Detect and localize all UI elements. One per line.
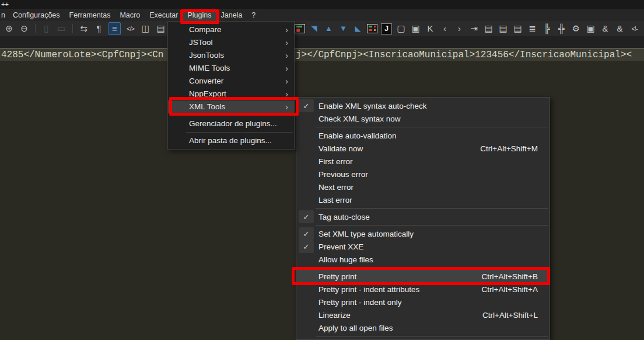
xml-tools-item-prevent-xxe[interactable]: ✓Prevent XXE: [296, 240, 550, 253]
menu-item-label: Check XML syntax now: [318, 115, 401, 123]
tree-view-icon[interactable]: ╠: [541, 23, 552, 34]
scroll-up-icon[interactable]: ▲: [323, 23, 334, 34]
menubar: nConfiguraçõesFerramentasMacroExecutarPl…: [0, 9, 644, 21]
xml-tools-item-set-xml-type-automatically[interactable]: ✓Set XML type automatically: [296, 227, 550, 240]
doc-import-icon[interactable]: ▤: [483, 23, 494, 34]
plugins-menu-item-converter[interactable]: Converter›: [168, 75, 294, 88]
code-gear-icon[interactable]: ⚙: [570, 23, 582, 34]
plugins-menu-item-xml-tools[interactable]: XML Tools›: [168, 100, 294, 113]
menu-separator: [316, 225, 548, 225]
tab-bar[interactable]: [0, 36, 644, 49]
checkmark-icon: ✓: [299, 227, 314, 240]
xml-tools-item-previous-error[interactable]: Previous error: [296, 168, 550, 181]
menu-item-configura-es[interactable]: Configurações: [8, 9, 65, 21]
color-settings-icon[interactable]: [367, 24, 377, 33]
plugins-menu-item-abrir-pasta-de-plugins[interactable]: Abrir pasta de plugins...: [168, 134, 294, 147]
last-nav-icon[interactable]: ⇥: [468, 23, 480, 34]
doc-transfer-icon[interactable]: ▤: [512, 23, 523, 34]
submenu-arrow-icon: ›: [285, 75, 288, 88]
code-view-icon[interactable]: </>: [125, 23, 136, 34]
toolbar-group-left: ⊕⊖▯▭⇆¶≡</>◫▤ƒx: [4, 21, 181, 36]
xml-text-right: j></CpfCnpj><InscricaoMunicipal>123456</…: [296, 49, 632, 61]
next-nav-icon[interactable]: ›: [454, 23, 465, 34]
menu-separator: [316, 336, 548, 336]
menu-item-item[interactable]: ?: [247, 9, 260, 21]
jstool-icon[interactable]: J: [381, 23, 392, 34]
window-title-fragment: ++: [1, 1, 9, 8]
xml-tools-item-check-xml-syntax-now[interactable]: Check XML syntax now: [296, 112, 550, 125]
doc-lock-icon[interactable]: ▣: [585, 23, 596, 34]
xml-tools-item-last-error[interactable]: Last error: [296, 193, 550, 206]
xml-tools-item-tag-auto-close[interactable]: ✓Tag auto-close: [296, 210, 550, 223]
plugins-menu-item-compare[interactable]: Compare›: [168, 23, 294, 36]
show-indent-guide-icon[interactable]: ≡: [108, 22, 121, 35]
xml-tools-item-pretty-print-indent-only[interactable]: Pretty print - indent only: [296, 296, 550, 308]
checkmark-icon: ✓: [299, 99, 314, 112]
escape-ampersand-icon[interactable]: &: [600, 23, 611, 34]
xml-tools-item-linearize[interactable]: LinearizeCtrl+Alt+Shift+L: [296, 308, 550, 321]
menu-item-label: First error: [318, 157, 353, 166]
doc-export-icon[interactable]: ▤: [498, 23, 509, 34]
shortcut-label: Ctrl+Alt+Shift+M: [480, 144, 550, 153]
toolbar-group-right: ◥▲▼◣J▢▣K‹›⇥▤▤▤≣╠╬⚙▣&&<!-✂⚒: [295, 21, 644, 36]
menu-item-n[interactable]: n: [0, 9, 8, 21]
menu-item-label: Pretty print: [318, 272, 356, 281]
xml-check-icon[interactable]: [295, 24, 305, 33]
first-nav-icon[interactable]: K: [425, 23, 436, 34]
plugins-menu-item-jsontools[interactable]: JsonTools›: [168, 49, 294, 62]
menu-item-label: Pretty print - indent only: [318, 298, 402, 307]
fold-collapse-icon[interactable]: ◥: [309, 23, 320, 34]
unescape-ampersand-icon[interactable]: &: [614, 23, 625, 34]
menu-item-label: Allow huge files: [318, 255, 373, 264]
xml-tools-item-pretty-print-indent-attributes[interactable]: Pretty print - indent attributesCtrl+Alt…: [296, 283, 550, 296]
menu-item-label: Tag auto-close: [318, 213, 370, 221]
xml-tools-item-enable-xml-syntax-auto-check[interactable]: ✓Enable XML syntax auto-check: [296, 99, 550, 112]
scroll-down-icon[interactable]: ▼: [338, 23, 349, 34]
menu-item-label: Set XML type automatically: [318, 230, 414, 238]
fold-expand-icon[interactable]: ◣: [352, 23, 363, 34]
shortcut-label: Ctrl+Alt+Shift+B: [482, 272, 550, 281]
document-map-icon[interactable]: ◫: [140, 23, 151, 34]
xml-tools-item-pretty-print[interactable]: Pretty printCtrl+Alt+Shift+B: [296, 270, 550, 283]
zoom-out-icon[interactable]: ⊖: [19, 23, 30, 34]
list-export-icon[interactable]: ≣: [527, 23, 538, 34]
menu-item-label: Last error: [318, 196, 352, 204]
menu-item-ferramentas[interactable]: Ferramentas: [65, 9, 116, 21]
menu-separator: [316, 268, 548, 268]
menu-item-label: Validate now: [318, 144, 363, 153]
show-all-symbols-icon[interactable]: ¶: [93, 23, 104, 34]
plugins-menu-item-jstool[interactable]: JSTool›: [168, 36, 294, 49]
comment-icon[interactable]: <!-: [629, 23, 640, 34]
menu-item-janela[interactable]: Janela: [216, 9, 247, 21]
xml-tools-item-apply-to-all-open-files[interactable]: Apply to all open files: [296, 321, 550, 334]
xml-tools-submenu: ✓Enable XML syntax auto-checkCheck XML s…: [296, 97, 550, 340]
menu-item-label: Next error: [318, 183, 354, 192]
shortcut-label: Ctrl+Alt+Shift+L: [482, 311, 550, 320]
new-document-icon[interactable]: ▢: [396, 23, 407, 34]
menu-item-plugins[interactable]: Plugins: [183, 9, 216, 21]
plugins-dropdown-menu: Compare›JSTool›JsonTools›MIME Tools›Conv…: [167, 21, 295, 150]
tree-view-alt-icon[interactable]: ╬: [556, 23, 567, 34]
sync-vertical-icon[interactable]: ▯: [41, 23, 52, 34]
prev-nav-icon[interactable]: ‹: [439, 23, 450, 34]
xml-tools-item-next-error[interactable]: Next error: [296, 181, 550, 193]
menu-separator: [316, 208, 548, 209]
validate-document-icon[interactable]: ▣: [410, 23, 421, 34]
plugins-menu-item-nppexport[interactable]: NppExport›: [168, 88, 294, 100]
xml-tools-item-enable-auto-validation[interactable]: Enable auto-validation: [296, 129, 550, 142]
xml-tools-item-allow-huge-files[interactable]: Allow huge files: [296, 253, 550, 266]
submenu-arrow-icon: ›: [285, 36, 288, 49]
menu-item-label: Linearize: [318, 311, 351, 320]
sync-horizontal-icon[interactable]: ▭: [56, 23, 67, 34]
word-wrap-icon[interactable]: ⇆: [78, 23, 89, 34]
clone-document-icon[interactable]: ▤: [155, 23, 166, 34]
xml-tools-item-validate-now[interactable]: Validate nowCtrl+Alt+Shift+M: [296, 142, 550, 155]
menu-item-macro[interactable]: Macro: [115, 9, 145, 21]
menu-item-executar[interactable]: Executar: [145, 9, 183, 21]
submenu-arrow-icon: ›: [285, 62, 288, 75]
zoom-in-icon[interactable]: ⊕: [4, 23, 15, 34]
plugins-menu-item-gerenciador-de-plugins[interactable]: Gerenciador de plugins...: [168, 117, 294, 130]
plugins-menu-item-mime-tools[interactable]: MIME Tools›: [168, 62, 294, 75]
menu-separator: [186, 115, 293, 116]
xml-tools-item-first-error[interactable]: First error: [296, 155, 550, 168]
